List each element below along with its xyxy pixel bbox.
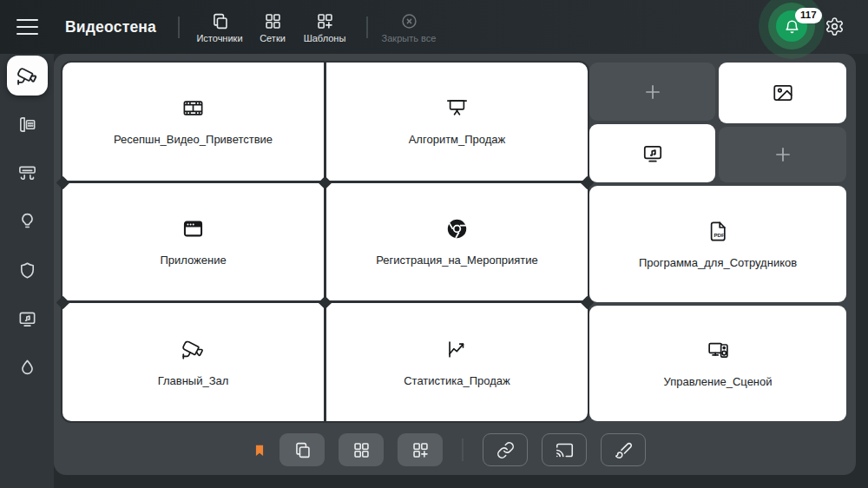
bottom-toolbar bbox=[253, 433, 646, 466]
media-tile[interactable] bbox=[589, 124, 715, 182]
sidebar-item-lighting[interactable] bbox=[8, 202, 46, 241]
brush-button[interactable] bbox=[601, 433, 646, 466]
cctv-camera-icon bbox=[16, 65, 38, 87]
templates-button[interactable]: Шаблоны bbox=[296, 8, 353, 48]
divider bbox=[178, 16, 180, 38]
copy-icon bbox=[211, 12, 229, 30]
tile-label: Ресепшн_Видео_Приветствие bbox=[114, 133, 273, 146]
wall-tile[interactable]: PDF Программа_для_Сотрудников bbox=[589, 186, 846, 302]
empty-slot-tile[interactable] bbox=[719, 127, 846, 182]
notifications-button[interactable]: 117 bbox=[759, 0, 825, 59]
intercom-phone-icon bbox=[17, 115, 37, 135]
lightbulb-icon bbox=[17, 212, 37, 232]
close-all-button[interactable]: Закрыть все bbox=[373, 8, 444, 48]
projector-screen-icon bbox=[445, 96, 469, 120]
tile-label: Алгоритм_Продаж bbox=[409, 133, 506, 146]
menu-button[interactable] bbox=[16, 19, 38, 35]
tile-label: Статистика_Продаж bbox=[404, 374, 510, 387]
scene-control-icon bbox=[707, 339, 730, 362]
topbar: Видеостена Источники Сетки Шаблоны Закры… bbox=[0, 0, 868, 54]
app-window-icon bbox=[181, 217, 205, 241]
wall-tile[interactable]: Управление_Сценой bbox=[589, 306, 846, 421]
add-template-button[interactable] bbox=[398, 433, 443, 466]
sidebar-item-security[interactable] bbox=[8, 251, 46, 289]
templates-label: Шаблоны bbox=[304, 33, 346, 43]
plus-icon bbox=[772, 143, 794, 166]
media-screen-icon bbox=[641, 142, 664, 165]
cctv-camera-icon bbox=[181, 338, 205, 361]
video-wall-panel: Ресепшн_Видео_Приветствие Алгоритм_Прода… bbox=[54, 54, 856, 475]
divider bbox=[462, 439, 464, 461]
notification-count-badge: 117 bbox=[795, 8, 822, 23]
media-screen-icon bbox=[17, 309, 37, 329]
image-icon bbox=[772, 82, 794, 104]
gear-icon bbox=[825, 16, 845, 36]
sidebar-item-media[interactable] bbox=[8, 300, 46, 338]
app-root: Видеостена Источники Сетки Шаблоны Закры… bbox=[0, 0, 868, 488]
grid-icon bbox=[352, 441, 371, 459]
settings-button[interactable] bbox=[824, 16, 845, 38]
air-conditioner-icon bbox=[17, 163, 37, 183]
link-button[interactable] bbox=[483, 433, 528, 466]
copy-icon bbox=[293, 441, 312, 459]
grid-plus-icon bbox=[411, 441, 430, 459]
empty-slot-tile[interactable] bbox=[589, 63, 715, 121]
divider bbox=[366, 16, 368, 38]
bookmark-icon[interactable] bbox=[253, 441, 266, 459]
grid-icon bbox=[264, 12, 282, 30]
sources-label: Источники bbox=[196, 33, 242, 43]
grid-plus-icon bbox=[316, 12, 334, 30]
shield-icon bbox=[17, 260, 37, 280]
wall-tile[interactable]: Алгоритм_Продаж bbox=[326, 63, 588, 181]
line-chart-icon bbox=[445, 338, 469, 361]
sidebar bbox=[0, 54, 54, 488]
cast-button[interactable] bbox=[542, 433, 587, 466]
droplet-icon bbox=[17, 358, 37, 378]
link-icon bbox=[496, 441, 515, 459]
wall-tile[interactable]: Приложение bbox=[62, 183, 324, 301]
svg-text:PDF: PDF bbox=[713, 233, 724, 238]
wall-tile[interactable]: Ресепшн_Видео_Приветствие bbox=[62, 63, 324, 181]
brush-icon bbox=[615, 441, 633, 459]
tile-label: Приложение bbox=[160, 254, 226, 267]
tile-label: Управление_Сценой bbox=[663, 375, 772, 388]
tile-label: Главный_Зал bbox=[158, 374, 229, 387]
grids-button[interactable]: Сетки bbox=[248, 8, 297, 48]
pdf-file-icon: PDF bbox=[707, 220, 730, 243]
image-tile[interactable] bbox=[719, 63, 846, 123]
sources-panel-button[interactable] bbox=[279, 433, 325, 466]
plus-icon bbox=[641, 81, 664, 103]
page-title: Видеостена bbox=[65, 0, 156, 54]
sidebar-item-climate[interactable] bbox=[8, 154, 46, 192]
grid-layout-button[interactable] bbox=[339, 433, 384, 466]
sidebar-item-intercom[interactable] bbox=[8, 105, 46, 143]
tile-label: Программа_для_Сотрудников bbox=[639, 256, 797, 269]
close-circle-icon bbox=[400, 12, 418, 30]
wall-tile[interactable]: Статистика_Продаж bbox=[326, 303, 588, 421]
chrome-icon bbox=[445, 217, 469, 241]
sources-button[interactable]: Источники bbox=[187, 8, 252, 48]
cast-icon bbox=[556, 441, 574, 459]
wall-grid: Ресепшн_Видео_Приветствие Алгоритм_Прода… bbox=[62, 63, 588, 421]
wall-tile[interactable]: Регистрация_на_Мероприятие bbox=[326, 183, 588, 301]
film-icon bbox=[181, 96, 205, 120]
grids-label: Сетки bbox=[260, 33, 286, 43]
tile-label: Регистрация_на_Мероприятие bbox=[376, 254, 538, 267]
sidebar-item-water[interactable] bbox=[8, 348, 46, 386]
wall-tile[interactable]: Главный_Зал bbox=[62, 303, 324, 421]
close-all-label: Закрыть все bbox=[382, 33, 437, 43]
sidebar-item-cctv[interactable] bbox=[7, 56, 48, 96]
